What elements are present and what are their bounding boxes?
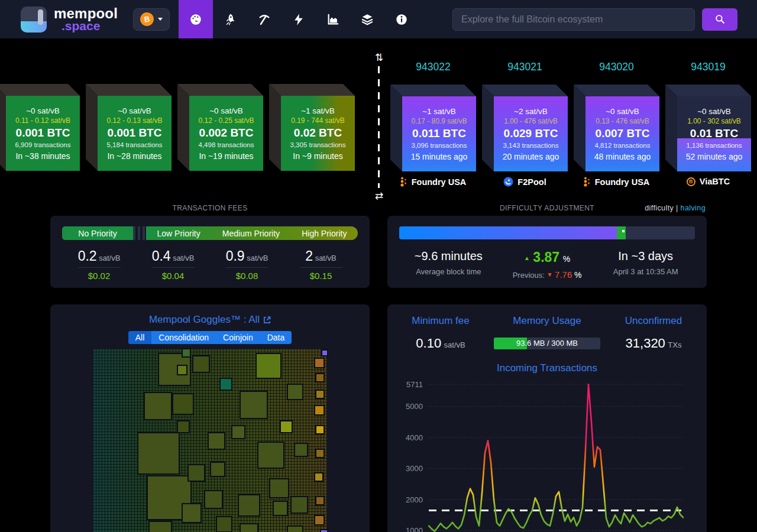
nav-acceleration[interactable] bbox=[213, 0, 247, 38]
mempool-block[interactable]: ~0 sat/vB0.12 - 0.13 sat/vB0.001 BTC5,18… bbox=[86, 84, 172, 171]
block-fee-range: 0.12 - 0.13 sat/vB bbox=[106, 116, 162, 125]
priority-label: High Priority bbox=[302, 229, 347, 238]
treemap-tx-square[interactable] bbox=[209, 433, 224, 449]
treemap-tx-square[interactable] bbox=[145, 393, 171, 419]
treemap-tx-square[interactable] bbox=[316, 450, 323, 457]
goggles-tab-consolidation[interactable]: Consolidation bbox=[151, 331, 216, 344]
block-total-fees: 0.007 BTC bbox=[596, 127, 650, 140]
treemap-tx-square[interactable] bbox=[183, 504, 200, 522]
mining-pool-link[interactable]: BViaBTC bbox=[665, 177, 751, 186]
block-height-link[interactable]: 943022 bbox=[416, 61, 450, 73]
no-priority-label: No Priority bbox=[78, 229, 117, 238]
treemap-tx-square[interactable] bbox=[322, 351, 327, 355]
block-height-link[interactable]: 943021 bbox=[507, 61, 542, 73]
treemap-tx-square[interactable] bbox=[315, 473, 322, 481]
mined-block[interactable]: ~0 sat/vB0.13 - 476 sat/vB0.007 BTC4,812… bbox=[574, 85, 659, 171]
fee-grid: 0.2 sat/vB$0.020.4 sat/vB$0.040.9 sat/vB… bbox=[62, 248, 358, 281]
goggles-tab-all[interactable]: All bbox=[128, 331, 152, 344]
treemap-tx-square[interactable] bbox=[211, 463, 224, 476]
arrow-up-icon: ▲ bbox=[524, 255, 530, 261]
treemap-tx-square[interactable] bbox=[193, 356, 209, 372]
currency-selector[interactable]: B bbox=[133, 8, 170, 31]
info-icon bbox=[395, 13, 408, 26]
difficulty-link[interactable]: difficulty bbox=[645, 204, 674, 212]
logo-slot bbox=[38, 9, 43, 25]
goggles-tab-coinjoin[interactable]: Coinjoin bbox=[216, 331, 260, 344]
treemap-tx-square[interactable] bbox=[221, 379, 231, 390]
fee-priority-bar: No Priority Low PriorityMedium PriorityH… bbox=[62, 226, 358, 240]
mined-block[interactable]: ~2 sat/vB1.00 - 476 sat/vB0.029 BTC3,143… bbox=[482, 85, 568, 171]
flip-direction-icon[interactable]: ⇄ bbox=[371, 190, 387, 202]
treemap-tx-square[interactable] bbox=[241, 392, 267, 418]
search-input[interactable] bbox=[452, 8, 695, 31]
treemap-tx-square[interactable] bbox=[183, 349, 190, 356]
block-face: ~0 sat/vB1.00 - 302 sat/vB0.01 BTC1,136 … bbox=[677, 96, 751, 171]
treemap-tx-square[interactable] bbox=[205, 491, 222, 508]
block-fee-range: 1.00 - 476 sat/vB bbox=[504, 117, 558, 125]
fees-section-title: TRANSACTION FEES bbox=[50, 204, 370, 216]
treemap-tx-square[interactable] bbox=[178, 421, 189, 432]
mining-pool-link[interactable]: Foundry USA bbox=[574, 177, 659, 187]
treemap-tx-square[interactable] bbox=[189, 465, 204, 481]
halving-link[interactable]: halving bbox=[681, 204, 706, 212]
nav-dashboard[interactable] bbox=[179, 0, 213, 38]
avg-block-time-label: Average block time bbox=[399, 267, 498, 276]
treemap-tx-square[interactable] bbox=[281, 421, 292, 432]
mining-pool-link[interactable]: F2Pool bbox=[482, 177, 568, 187]
nav-layers[interactable] bbox=[350, 0, 384, 38]
nav-lightning[interactable] bbox=[282, 0, 316, 38]
treemap-tx-square[interactable] bbox=[239, 495, 259, 515]
search-button[interactable] bbox=[702, 8, 737, 31]
mined-block[interactable]: ~1 sat/vB0.17 - 80.9 sat/vB0.011 BTC3,09… bbox=[390, 85, 476, 171]
brand-name: mempool bbox=[54, 7, 118, 20]
previous-unit: % bbox=[574, 270, 581, 280]
treemap-tx-square[interactable] bbox=[292, 497, 307, 512]
scroll-updown-icon[interactable]: ⇅ bbox=[371, 51, 387, 64]
row-goggles-stats: Mempool Goggles™ : All AllConsolidationC… bbox=[50, 304, 707, 532]
cube-top-face bbox=[665, 85, 751, 96]
block-height-link[interactable]: 943020 bbox=[599, 61, 633, 73]
mining-pool-link[interactable]: Foundry USA bbox=[390, 177, 476, 187]
treemap-tx-square[interactable] bbox=[315, 359, 323, 367]
treemap-tx-square[interactable] bbox=[217, 517, 231, 531]
treemap-tx-square[interactable] bbox=[173, 394, 193, 414]
nav-graphs[interactable] bbox=[316, 0, 350, 38]
nav-info[interactable] bbox=[384, 0, 419, 38]
treemap-tx-square[interactable] bbox=[232, 426, 244, 438]
mempool-block[interactable]: ~1 sat/vB0.19 - 744 sat/vB0.02 BTC3,305 … bbox=[269, 84, 355, 171]
retarget-col: In ~3 days April 3 at 10:35 AM bbox=[596, 249, 695, 280]
treemap-tx-square[interactable] bbox=[150, 522, 171, 532]
svg-text:5000: 5000 bbox=[406, 402, 423, 411]
change-pct: 3.87 bbox=[533, 249, 559, 265]
brand-logo[interactable]: mempool .space bbox=[21, 7, 118, 33]
block-height-link[interactable]: 943019 bbox=[691, 61, 725, 73]
treemap-tx-square[interactable] bbox=[138, 433, 179, 473]
treemap-tx-square[interactable] bbox=[316, 497, 323, 504]
treemap-tx-square[interactable] bbox=[295, 444, 307, 456]
cube-side-face bbox=[269, 84, 281, 171]
mempool-block[interactable]: ~0 sat/vB0.11 - 0.12 sat/vB0.001 BTC6,90… bbox=[0, 84, 80, 171]
cube-side-face bbox=[665, 85, 677, 171]
treemap-tx-square[interactable] bbox=[241, 524, 257, 532]
goggles-tab-data[interactable]: Data bbox=[260, 331, 292, 344]
mined-block[interactable]: ~0 sat/vB1.00 - 302 sat/vB0.01 BTC1,136 … bbox=[665, 85, 751, 171]
treemap-tx-square[interactable] bbox=[274, 502, 287, 515]
treemap-tx-square[interactable] bbox=[270, 479, 288, 497]
treemap-tx-square[interactable] bbox=[315, 516, 323, 524]
treemap-tx-square[interactable] bbox=[258, 443, 283, 468]
goggles-title-link[interactable]: Mempool Goggles™ : All bbox=[149, 314, 271, 326]
treemap-tx-square[interactable] bbox=[257, 354, 280, 378]
avg-block-time-col: ~9.6 minutes Average block time bbox=[399, 249, 498, 280]
svg-text:2000: 2000 bbox=[406, 495, 423, 504]
treemap-tx-square[interactable] bbox=[288, 527, 302, 532]
treemap-tx-square[interactable] bbox=[316, 426, 323, 433]
treemap-tx-square[interactable] bbox=[178, 366, 186, 374]
mempool-block[interactable]: ~0 sat/vB0.12 - 0.25 sat/vB0.002 BTC4,49… bbox=[177, 84, 263, 171]
treemap-tx-square[interactable] bbox=[316, 391, 323, 398]
incoming-transactions-title[interactable]: Incoming Transactions bbox=[387, 362, 707, 374]
treemap-tx-square[interactable] bbox=[288, 385, 302, 399]
mempool-treemap[interactable] bbox=[93, 349, 327, 532]
nav-mining[interactable] bbox=[247, 0, 282, 38]
treemap-tx-square[interactable] bbox=[316, 374, 323, 381]
treemap-tx-square[interactable] bbox=[315, 406, 323, 414]
